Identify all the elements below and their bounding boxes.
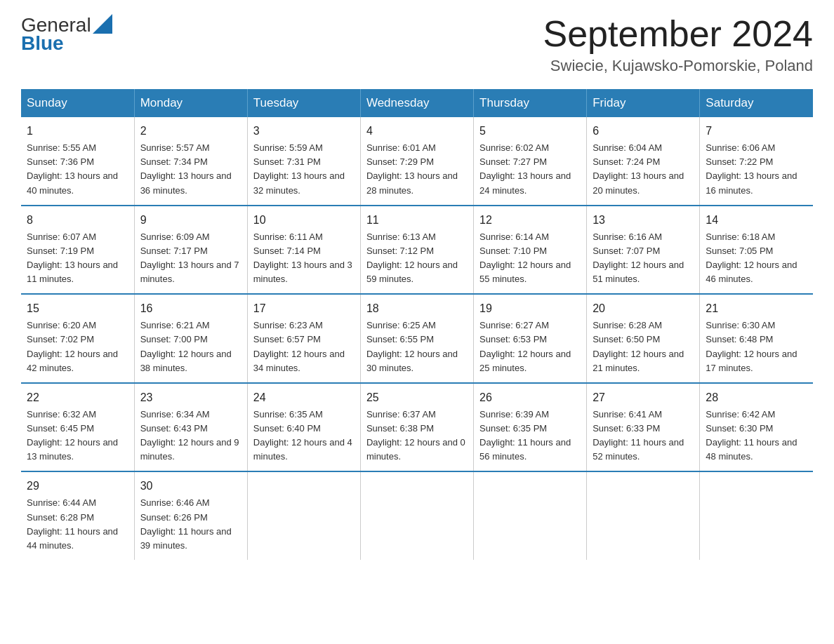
calendar-header-row: SundayMondayTuesdayWednesdayThursdayFrid… xyxy=(21,89,813,117)
day-info: Sunrise: 6:07 AMSunset: 7:19 PMDaylight:… xyxy=(27,232,118,284)
calendar-cell: 25Sunrise: 6:37 AMSunset: 6:38 PMDayligh… xyxy=(360,383,473,472)
day-number: 3 xyxy=(253,123,355,140)
day-number: 26 xyxy=(479,389,581,406)
calendar-cell: 17Sunrise: 6:23 AMSunset: 6:57 PMDayligh… xyxy=(247,294,360,383)
day-info: Sunrise: 6:32 AMSunset: 6:45 PMDaylight:… xyxy=(27,409,118,462)
day-info: Sunrise: 6:04 AMSunset: 7:24 PMDaylight:… xyxy=(593,142,684,195)
day-number: 23 xyxy=(140,389,241,406)
logo-text-blue: Blue xyxy=(21,32,64,55)
day-number: 7 xyxy=(706,123,807,140)
calendar-header-tuesday: Tuesday xyxy=(247,89,360,117)
calendar-cell: 16Sunrise: 6:21 AMSunset: 7:00 PMDayligh… xyxy=(134,294,247,383)
day-info: Sunrise: 6:41 AMSunset: 6:33 PMDaylight:… xyxy=(593,409,684,462)
calendar-cell: 3Sunrise: 5:59 AMSunset: 7:31 PMDaylight… xyxy=(247,117,360,206)
calendar-header-saturday: Saturday xyxy=(700,89,813,117)
day-info: Sunrise: 5:59 AMSunset: 7:31 PMDaylight:… xyxy=(253,142,345,195)
calendar-cell: 4Sunrise: 6:01 AMSunset: 7:29 PMDaylight… xyxy=(360,117,473,206)
title-block: September 2024 Swiecie, Kujawsko-Pomorsk… xyxy=(543,14,814,75)
calendar-cell: 23Sunrise: 6:34 AMSunset: 6:43 PMDayligh… xyxy=(134,383,247,472)
calendar-week-row: 1Sunrise: 5:55 AMSunset: 7:36 PMDaylight… xyxy=(21,117,813,206)
calendar-cell: 24Sunrise: 6:35 AMSunset: 6:40 PMDayligh… xyxy=(247,383,360,472)
day-info: Sunrise: 5:57 AMSunset: 7:34 PMDaylight:… xyxy=(140,142,232,195)
calendar-header-monday: Monday xyxy=(134,89,247,117)
day-info: Sunrise: 5:55 AMSunset: 7:36 PMDaylight:… xyxy=(27,142,118,195)
day-number: 10 xyxy=(253,212,355,229)
calendar-cell: 20Sunrise: 6:28 AMSunset: 6:50 PMDayligh… xyxy=(587,294,700,383)
day-info: Sunrise: 6:28 AMSunset: 6:50 PMDaylight:… xyxy=(593,320,684,373)
day-info: Sunrise: 6:06 AMSunset: 7:22 PMDaylight:… xyxy=(706,142,797,195)
day-info: Sunrise: 6:13 AMSunset: 7:12 PMDaylight:… xyxy=(366,232,458,284)
day-number: 9 xyxy=(140,212,241,229)
day-number: 25 xyxy=(366,389,468,406)
calendar-cell: 19Sunrise: 6:27 AMSunset: 6:53 PMDayligh… xyxy=(474,294,587,383)
day-info: Sunrise: 6:44 AMSunset: 6:28 PMDaylight:… xyxy=(27,497,118,550)
day-number: 15 xyxy=(27,300,128,317)
day-info: Sunrise: 6:39 AMSunset: 6:35 PMDaylight:… xyxy=(479,409,571,462)
calendar-header-thursday: Thursday xyxy=(474,89,587,117)
logo: General Blue xyxy=(21,14,112,55)
day-number: 14 xyxy=(706,212,807,229)
day-info: Sunrise: 6:30 AMSunset: 6:48 PMDaylight:… xyxy=(706,320,797,373)
day-number: 6 xyxy=(593,123,694,140)
calendar-cell: 11Sunrise: 6:13 AMSunset: 7:12 PMDayligh… xyxy=(360,206,473,295)
day-number: 16 xyxy=(140,300,241,317)
calendar-cell: 5Sunrise: 6:02 AMSunset: 7:27 PMDaylight… xyxy=(474,117,587,206)
calendar-cell: 13Sunrise: 6:16 AMSunset: 7:07 PMDayligh… xyxy=(587,206,700,295)
location: Swiecie, Kujawsko-Pomorskie, Poland xyxy=(543,57,814,75)
day-number: 8 xyxy=(27,212,128,229)
calendar-cell: 26Sunrise: 6:39 AMSunset: 6:35 PMDayligh… xyxy=(474,383,587,472)
calendar-cell: 18Sunrise: 6:25 AMSunset: 6:55 PMDayligh… xyxy=(360,294,473,383)
calendar-table: SundayMondayTuesdayWednesdayThursdayFrid… xyxy=(21,89,813,560)
calendar-cell: 10Sunrise: 6:11 AMSunset: 7:14 PMDayligh… xyxy=(247,206,360,295)
day-number: 21 xyxy=(706,300,807,317)
calendar-cell xyxy=(700,471,813,560)
day-info: Sunrise: 6:18 AMSunset: 7:05 PMDaylight:… xyxy=(706,232,797,284)
day-number: 2 xyxy=(140,123,241,140)
page-header: General Blue September 2024 Swiecie, Kuj… xyxy=(21,14,813,75)
day-number: 30 xyxy=(140,478,241,495)
calendar-cell xyxy=(360,471,473,560)
calendar-cell: 9Sunrise: 6:09 AMSunset: 7:17 PMDaylight… xyxy=(134,206,247,295)
day-info: Sunrise: 6:42 AMSunset: 6:30 PMDaylight:… xyxy=(706,409,797,462)
day-info: Sunrise: 6:14 AMSunset: 7:10 PMDaylight:… xyxy=(479,232,571,284)
day-number: 11 xyxy=(366,212,468,229)
day-info: Sunrise: 6:25 AMSunset: 6:55 PMDaylight:… xyxy=(366,320,458,373)
calendar-cell: 1Sunrise: 5:55 AMSunset: 7:36 PMDaylight… xyxy=(21,117,134,206)
day-number: 18 xyxy=(366,300,468,317)
logo-triangle-icon xyxy=(93,14,112,34)
calendar-cell: 30Sunrise: 6:46 AMSunset: 6:26 PMDayligh… xyxy=(134,471,247,560)
calendar-week-row: 22Sunrise: 6:32 AMSunset: 6:45 PMDayligh… xyxy=(21,383,813,472)
calendar-header-wednesday: Wednesday xyxy=(360,89,473,117)
day-info: Sunrise: 6:16 AMSunset: 7:07 PMDaylight:… xyxy=(593,232,684,284)
day-number: 29 xyxy=(27,478,128,495)
calendar-week-row: 8Sunrise: 6:07 AMSunset: 7:19 PMDaylight… xyxy=(21,206,813,295)
calendar-cell: 15Sunrise: 6:20 AMSunset: 7:02 PMDayligh… xyxy=(21,294,134,383)
calendar-cell: 7Sunrise: 6:06 AMSunset: 7:22 PMDaylight… xyxy=(700,117,813,206)
calendar-cell xyxy=(587,471,700,560)
day-number: 1 xyxy=(27,123,128,140)
calendar-cell: 8Sunrise: 6:07 AMSunset: 7:19 PMDaylight… xyxy=(21,206,134,295)
day-info: Sunrise: 6:34 AMSunset: 6:43 PMDaylight:… xyxy=(140,409,239,462)
day-info: Sunrise: 6:11 AMSunset: 7:14 PMDaylight:… xyxy=(253,232,352,284)
calendar-header-friday: Friday xyxy=(587,89,700,117)
day-number: 17 xyxy=(253,300,355,317)
calendar-cell: 12Sunrise: 6:14 AMSunset: 7:10 PMDayligh… xyxy=(474,206,587,295)
day-info: Sunrise: 6:21 AMSunset: 7:00 PMDaylight:… xyxy=(140,320,232,373)
day-info: Sunrise: 6:35 AMSunset: 6:40 PMDaylight:… xyxy=(253,409,352,462)
day-number: 4 xyxy=(366,123,468,140)
day-number: 5 xyxy=(479,123,581,140)
day-number: 19 xyxy=(479,300,581,317)
day-number: 22 xyxy=(27,389,128,406)
day-info: Sunrise: 6:23 AMSunset: 6:57 PMDaylight:… xyxy=(253,320,345,373)
calendar-cell xyxy=(247,471,360,560)
day-info: Sunrise: 6:01 AMSunset: 7:29 PMDaylight:… xyxy=(366,142,458,195)
day-info: Sunrise: 6:46 AMSunset: 6:26 PMDaylight:… xyxy=(140,497,232,550)
day-info: Sunrise: 6:20 AMSunset: 7:02 PMDaylight:… xyxy=(27,320,118,373)
calendar-cell: 21Sunrise: 6:30 AMSunset: 6:48 PMDayligh… xyxy=(700,294,813,383)
calendar-week-row: 29Sunrise: 6:44 AMSunset: 6:28 PMDayligh… xyxy=(21,471,813,560)
calendar-cell: 27Sunrise: 6:41 AMSunset: 6:33 PMDayligh… xyxy=(587,383,700,472)
calendar-cell: 22Sunrise: 6:32 AMSunset: 6:45 PMDayligh… xyxy=(21,383,134,472)
day-info: Sunrise: 6:09 AMSunset: 7:17 PMDaylight:… xyxy=(140,232,239,284)
day-info: Sunrise: 6:02 AMSunset: 7:27 PMDaylight:… xyxy=(479,142,571,195)
day-number: 28 xyxy=(706,389,807,406)
